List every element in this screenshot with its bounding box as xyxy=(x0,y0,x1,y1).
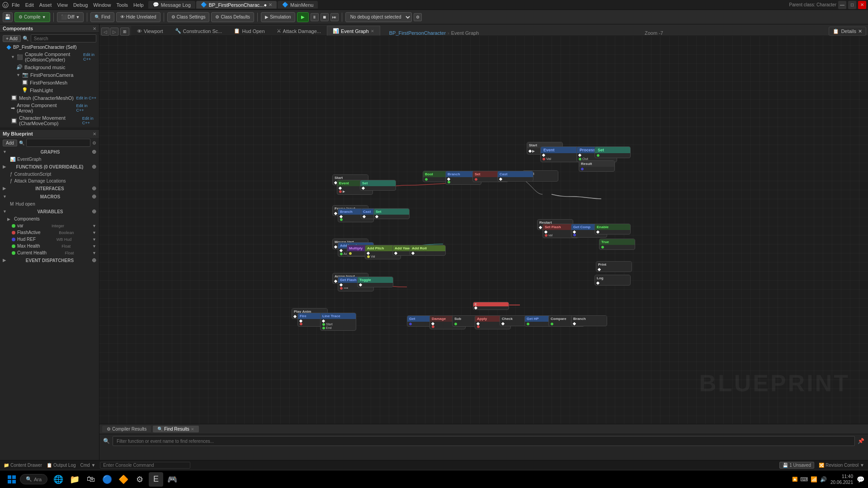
play-extra-1[interactable]: ⏸ xyxy=(311,13,319,21)
tree-item-bp-self[interactable]: 🔷 BP_FirstPersonCharacter (Self) xyxy=(0,44,99,51)
components-header[interactable]: Components ✕ xyxy=(0,24,99,33)
menu-asset[interactable]: Asset xyxy=(39,2,52,8)
compiler-results-tab[interactable]: ⚙ Compiler Results xyxy=(102,426,151,432)
function-attack-damage[interactable]: ƒ Attack Damage Locations xyxy=(0,178,99,184)
bp-node-5[interactable]: Result xyxy=(579,160,615,172)
tree-item-bgmusic[interactable]: 🔊 Background music xyxy=(0,63,99,71)
window-close[interactable]: ✕ xyxy=(858,1,866,9)
mesh-edit-link[interactable]: Edit in C++ xyxy=(76,96,96,100)
var-expand-hud-ref[interactable]: ▼ xyxy=(92,237,96,242)
menu-help[interactable]: Help xyxy=(133,2,144,8)
arrow-edit-link[interactable]: Edit in C++ xyxy=(76,103,96,113)
details-panel-button[interactable]: 📋 Details ✕ xyxy=(829,27,866,36)
bp-node-red-1[interactable]: E xyxy=(473,302,509,310)
components-add-button[interactable]: + Add xyxy=(3,35,21,42)
capsule-edit-link[interactable]: Edit in C++ xyxy=(83,52,96,61)
variable-var[interactable]: var Integer ▼ xyxy=(0,222,99,229)
pin-icon[interactable]: 📌 xyxy=(858,438,864,444)
my-blueprint-search-input[interactable] xyxy=(26,139,90,147)
variables-section-header[interactable]: ▼ VARIABLES ⊕ xyxy=(0,207,99,216)
graphs-add-icon[interactable]: ⊕ xyxy=(92,149,96,155)
diff-button[interactable]: ⬛ Diff ▼ xyxy=(57,12,84,22)
title-tab-bp[interactable]: 🔷 BP_FirstPersonCharac...● ✕ xyxy=(196,1,277,9)
tree-item-capsule[interactable]: ▼ ⬛ Capsule Component (CollisionCylinder… xyxy=(0,51,99,63)
cmd-button[interactable]: Cmd ▼ xyxy=(80,463,96,468)
taskbar-apps-icon[interactable]: 🎮 xyxy=(165,472,179,487)
taskbar-settings-icon[interactable]: ⚙ xyxy=(132,472,147,487)
title-tab-message-log[interactable]: 💬 Message Log xyxy=(148,1,195,9)
var-expand-flash-active[interactable]: ▼ xyxy=(92,230,96,235)
functions-section-header[interactable]: ▶ FUNCTIONS (0 OVERRIDABLE) ⊕ xyxy=(0,163,99,171)
menu-window[interactable]: Window xyxy=(93,2,111,8)
graph-event-graph[interactable]: 📊 EventGraph xyxy=(0,156,99,163)
taskbar-chrome-icon[interactable]: 🔵 xyxy=(100,472,114,487)
compile-button[interactable]: ⚙ Compile ▼ xyxy=(14,12,50,22)
bp-node-r5-2[interactable]: Log xyxy=(594,275,631,286)
tab-event-graph[interactable]: 📊 Event Graph ✕ xyxy=(327,26,380,36)
macros-section-header[interactable]: ▼ MACROS ⊕ xyxy=(0,192,99,201)
title-tab-mainmenu[interactable]: 🔷 MainMenu xyxy=(278,1,318,9)
variable-max-health[interactable]: Max Health Float ▼ xyxy=(0,243,99,249)
bp-node-bot-3[interactable]: Line Trace Start End xyxy=(320,313,356,331)
find-results-tab[interactable]: 🔍 Find Results ✕ xyxy=(153,426,199,432)
graphs-section-header[interactable]: ▼ GRAPHS ⊕ xyxy=(0,148,99,156)
variable-flash-active[interactable]: FlashActive Boolean ▼ xyxy=(0,229,99,236)
tree-item-fpscamera[interactable]: ▼ 📷 FirstPersonCamera xyxy=(0,71,99,79)
components-search-input[interactable] xyxy=(31,34,96,42)
variable-components[interactable]: ▶ Components xyxy=(0,216,99,222)
variable-hud-ref[interactable]: Hud REF WB Hud ▼ xyxy=(0,236,99,243)
menu-file[interactable]: File xyxy=(12,2,20,8)
find-button[interactable]: 🔍 Find xyxy=(90,12,114,22)
tab-viewport[interactable]: 👁 Viewport xyxy=(131,26,169,36)
charmovement-edit-link[interactable]: Edit in C++ xyxy=(82,116,96,125)
debug-settings-icon[interactable]: ⚙ xyxy=(414,13,422,21)
macro-hud-open[interactable]: Μ Hud open xyxy=(0,201,99,207)
output-log-button[interactable]: 📋 Output Log xyxy=(47,463,75,468)
bp-node-4[interactable]: Set xyxy=(594,146,631,158)
taskbar-search-button[interactable]: 🔍 Ara xyxy=(20,474,47,484)
var-expand-max-health[interactable]: ▼ xyxy=(92,244,96,249)
tree-item-charmovement[interactable]: 🔲 Character Movement (CharMoveComp) Edit… xyxy=(0,114,99,127)
bp-node-2[interactable]: Event Val xyxy=(540,146,581,162)
revision-control-button[interactable]: 🔀 Revision Control ▼ xyxy=(819,463,864,468)
save-button[interactable]: 💾 xyxy=(3,12,13,22)
system-clock[interactable]: 11:40 20.06.2021 xyxy=(830,474,853,485)
my-blueprint-add-button[interactable]: Add xyxy=(3,140,17,146)
tab-hud-open[interactable]: 📋 Hud Open xyxy=(228,26,270,36)
nav-forward[interactable]: ▷ xyxy=(110,28,118,36)
keyboard-icon[interactable]: ⌨ xyxy=(800,476,808,483)
event-dispatchers-header[interactable]: ▶ EVENT DISPATCHERS ⊕ xyxy=(0,256,99,264)
taskbar-epic-icon[interactable]: E xyxy=(149,472,163,487)
simulation-button[interactable]: ▶ Simulation xyxy=(261,12,295,22)
menu-view[interactable]: View xyxy=(57,2,68,8)
bp-node-r3-5[interactable]: True xyxy=(599,239,635,250)
bp-node-row5-3[interactable]: Toggle xyxy=(357,277,393,287)
tray-icon-1[interactable]: 🔼 xyxy=(792,477,797,482)
close-tab-bp[interactable]: ✕ xyxy=(269,2,272,7)
my-blueprint-close-icon[interactable]: ✕ xyxy=(93,131,96,136)
play-button[interactable]: ▶ xyxy=(297,12,309,22)
tree-item-arrow[interactable]: ➡ Arrow Component (Arrow) Edit in C++ xyxy=(0,102,99,114)
diff-dropdown-icon[interactable]: ▼ xyxy=(75,15,80,19)
close-details[interactable]: ✕ xyxy=(858,28,862,34)
tree-item-flashlight[interactable]: 💡 FlashLight xyxy=(0,86,99,94)
hide-unrelated-button[interactable]: 👁 Hide Unrelated xyxy=(116,12,160,22)
bp-node-r2-5[interactable]: Cast xyxy=(497,171,533,182)
taskbar-git-icon[interactable]: 🔶 xyxy=(116,472,131,487)
var-expand-var[interactable]: ▼ xyxy=(92,224,96,228)
notification-icon[interactable]: 💬 xyxy=(857,476,864,483)
compile-dropdown-icon[interactable]: ▼ xyxy=(42,15,46,19)
interfaces-add-icon[interactable]: ⊕ xyxy=(92,185,96,192)
components-close-icon[interactable]: ✕ xyxy=(93,26,96,31)
content-drawer-button[interactable]: 📁 Content Drawer xyxy=(4,463,42,468)
tree-item-mesh[interactable]: 🔲 Mesh (CharacterMeshO) Edit in C++ xyxy=(0,94,99,102)
menu-edit[interactable]: Edit xyxy=(25,2,34,8)
var-expand-current-health[interactable]: ▼ xyxy=(92,251,96,255)
menu-tools[interactable]: Tools xyxy=(116,2,128,8)
console-input[interactable] xyxy=(100,462,190,469)
taskbar-edge-icon[interactable]: 🌐 xyxy=(51,472,66,487)
bp-node-row4-6[interactable]: Add Roll xyxy=(410,245,446,256)
close-find-results[interactable]: ✕ xyxy=(191,427,194,432)
event-dispatchers-add-icon[interactable]: ⊕ xyxy=(92,257,96,263)
interfaces-section-header[interactable]: ▶ INTERFACES ⊕ xyxy=(0,184,99,192)
